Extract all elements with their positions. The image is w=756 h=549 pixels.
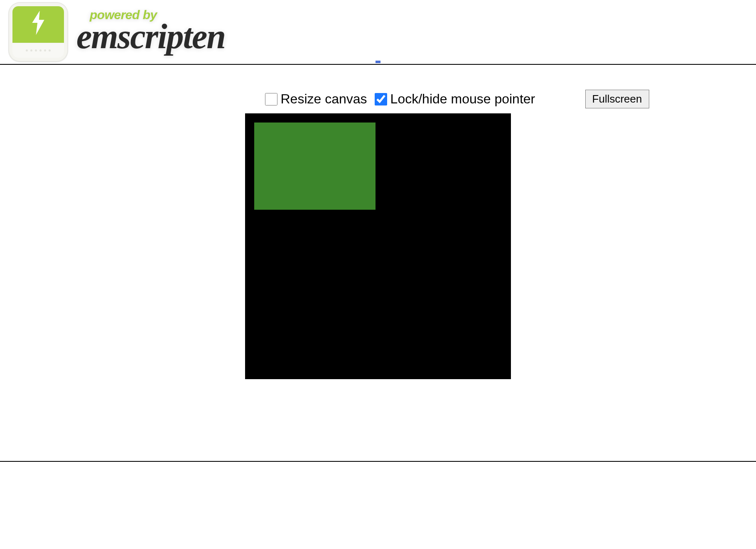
resize-canvas-label: Resize canvas — [281, 91, 367, 107]
lock-pointer-label: Lock/hide mouse pointer — [390, 91, 535, 107]
bolt-icon — [29, 10, 47, 39]
content-area: Resize canvas Lock/hide mouse pointer Fu… — [0, 65, 756, 379]
canvas-rectangle — [254, 123, 376, 210]
resize-canvas-control[interactable]: Resize canvas — [265, 91, 367, 107]
wordmark: powered by emscripten — [76, 8, 225, 56]
header-separator — [0, 64, 756, 65]
fullscreen-button[interactable]: Fullscreen — [585, 90, 649, 108]
canvas[interactable] — [245, 113, 511, 379]
bottom-separator — [0, 461, 756, 462]
logo-top — [12, 6, 64, 43]
resize-canvas-checkbox[interactable] — [265, 93, 277, 105]
lock-pointer-checkbox[interactable] — [375, 93, 387, 105]
lock-pointer-control[interactable]: Lock/hide mouse pointer — [375, 91, 535, 107]
controls-row: Resize canvas Lock/hide mouse pointer Fu… — [107, 90, 649, 108]
emscripten-logo-icon — [8, 2, 68, 62]
logo-bottom — [12, 43, 64, 58]
brand-text: emscripten — [76, 16, 225, 56]
header: powered by emscripten — [0, 0, 756, 64]
